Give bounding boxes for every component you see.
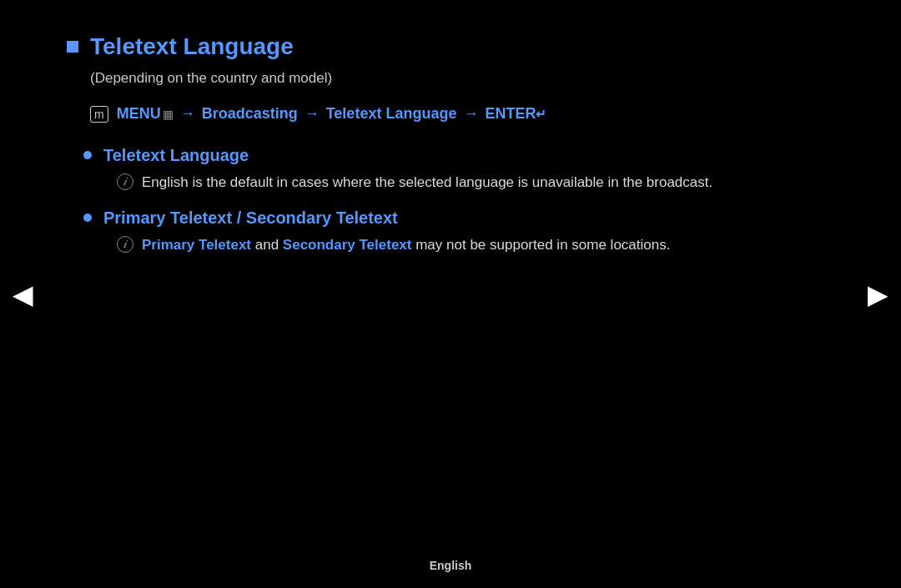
menu-icon: m bbox=[90, 106, 108, 123]
note-primary-secondary: 𝒊 Primary Teletext and Secondary Teletex… bbox=[117, 234, 834, 256]
note-teletext-language: 𝒊 English is the default in cases where … bbox=[117, 172, 834, 193]
note-icon-2: 𝒊 bbox=[117, 236, 133, 253]
note-text-teletext-language: English is the default in cases where th… bbox=[142, 172, 712, 193]
bullet-label-primary-secondary: Primary Teletext / Secondary Teletext bbox=[103, 209, 398, 228]
enter-label: ENTER↵ bbox=[485, 105, 546, 123]
menu-grid-icon: ▦ bbox=[163, 108, 174, 121]
footer-language: English bbox=[430, 559, 472, 572]
nav-arrow-left[interactable]: ◀ bbox=[13, 279, 33, 310]
nav-arrow-right[interactable]: ▶ bbox=[868, 279, 888, 310]
secondary-teletext-highlight: Secondary Teletext bbox=[283, 237, 412, 253]
primary-teletext-highlight: Primary Teletext bbox=[142, 237, 251, 253]
footer: English bbox=[0, 558, 901, 573]
note-text-primary-secondary: Primary Teletext and Secondary Teletext … bbox=[142, 234, 670, 256]
title-square-icon bbox=[67, 41, 78, 53]
main-content: Teletext Language (Depending on the coun… bbox=[0, 0, 901, 588]
menu-path: m MENU ▦ → Broadcasting → Teletext Langu… bbox=[90, 105, 834, 123]
subtitle: (Depending on the country and model) bbox=[90, 70, 834, 87]
page-title: Teletext Language bbox=[90, 33, 294, 60]
enter-icon: ↵ bbox=[536, 107, 546, 121]
bullet-dot-icon bbox=[83, 151, 92, 159]
bullet-dot-icon-2 bbox=[83, 214, 92, 222]
broadcasting-label: Broadcasting bbox=[202, 105, 298, 123]
note-icon-1: 𝒊 bbox=[117, 173, 133, 190]
menu-label: MENU bbox=[117, 105, 161, 123]
bullet-teletext-language: Teletext Language bbox=[83, 146, 834, 165]
menu-arrow-2: → bbox=[305, 105, 320, 123]
section-teletext-language: Teletext Language 𝒊 English is the defau… bbox=[67, 146, 834, 193]
title-row: Teletext Language bbox=[67, 33, 834, 60]
menu-arrow-1: → bbox=[180, 105, 195, 123]
bullet-label-teletext-language: Teletext Language bbox=[103, 146, 249, 165]
teletext-language-label: Teletext Language bbox=[326, 105, 457, 123]
section-primary-secondary: Primary Teletext / Secondary Teletext 𝒊 … bbox=[67, 209, 834, 256]
bullet-primary-secondary: Primary Teletext / Secondary Teletext bbox=[83, 209, 834, 228]
menu-arrow-3: → bbox=[463, 105, 478, 123]
